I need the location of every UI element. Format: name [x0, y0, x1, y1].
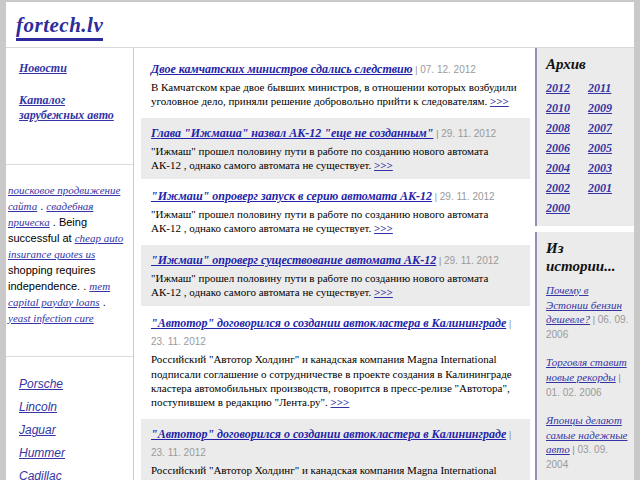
- news-item-header: "Ижмаш" опроверг существование автомата …: [151, 250, 520, 268]
- archive-panel: Архив 2012201120102009200820072006200520…: [535, 48, 634, 226]
- news-separator: |: [506, 317, 511, 329]
- news-item-header: Глава "Ижмаша" назвал АК-12 "еще не созд…: [151, 123, 520, 141]
- history-title: Из истории...: [546, 240, 630, 275]
- promo-plain-text: shopping requires independence. .: [8, 264, 95, 292]
- read-more-link[interactable]: >>>: [374, 159, 393, 171]
- news-item-header: "Автотор" договорился о создании автокла…: [151, 313, 520, 349]
- archive-year-link[interactable]: 2002: [546, 181, 588, 196]
- news-body: В Камчатском крае двое бывших министров,…: [151, 80, 520, 109]
- news-separator: |: [436, 254, 444, 266]
- read-more-link[interactable]: >>>: [374, 286, 393, 298]
- news-title-link[interactable]: "Автотор" договорился о создании автокла…: [151, 427, 506, 441]
- archive-year-link[interactable]: 2005: [588, 141, 630, 156]
- history-item: Почему в Эстонии бензин дешевле? | 06. 0…: [546, 283, 630, 342]
- history-date: 01. 02. 2006: [546, 387, 602, 398]
- news-body-text: "Ижмаш" прошел половину пути в работе по…: [151, 272, 488, 298]
- site-logo[interactable]: fortech.lv: [16, 13, 103, 41]
- news-title-link[interactable]: "Ижмаш" опроверг существование автомата …: [151, 253, 436, 267]
- news-separator: |: [433, 127, 441, 139]
- archive-year-link[interactable]: 2006: [546, 141, 588, 156]
- archive-year-link[interactable]: 2004: [546, 161, 588, 176]
- promo-plain-text: .: [100, 296, 106, 308]
- archive-year-link[interactable]: 2012: [546, 81, 588, 96]
- history-separator: |: [590, 313, 598, 325]
- promo-plain-text: .: [37, 200, 46, 212]
- news-title-link[interactable]: "Ижмаш" опроверг запуск в серию автомата…: [151, 189, 432, 203]
- news-list: Двое камчатских министров сдались следст…: [134, 48, 535, 480]
- history-item: Торговля ставит новые рекорды | 01. 02. …: [546, 355, 630, 400]
- archive-title: Архив: [546, 56, 630, 73]
- history-list: Почему в Эстонии бензин дешевле? | 06. 0…: [546, 283, 630, 480]
- news-body-text: "Ижмаш" прошел половину пути в работе по…: [151, 208, 488, 234]
- sidebar-brand-link[interactable]: Lincoln: [19, 400, 127, 414]
- sidebar-brand-link[interactable]: Hummer: [19, 446, 127, 460]
- archive-year-link[interactable]: 2011: [588, 81, 630, 96]
- read-more-link[interactable]: >>>: [374, 222, 393, 234]
- archive-year-link[interactable]: 2009: [588, 101, 630, 116]
- news-date: 07. 12. 2012: [420, 64, 476, 75]
- sidebar-brand-link[interactable]: Jaguar: [19, 423, 127, 437]
- sidebar-promo-text: поисковое продвижение сайта . свадебная …: [6, 165, 133, 357]
- archive-year-link[interactable]: 2008: [546, 121, 588, 136]
- archive-year-link[interactable]: 2000: [546, 201, 588, 216]
- news-item-header: "Автотор" договорился о создании автокла…: [151, 424, 520, 460]
- news-date: 29. 11. 2012: [441, 128, 496, 139]
- archive-year-link[interactable]: 2001: [588, 181, 630, 196]
- news-item: "Автотор" договорился о создании автокла…: [141, 308, 530, 416]
- news-title-link[interactable]: "Автотор" договорился о создании автокла…: [151, 316, 506, 330]
- news-body: "Ижмаш" прошел половину пути в работе по…: [151, 207, 520, 236]
- sidebar-brand-link[interactable]: Porsche: [19, 377, 127, 391]
- history-panel: Из истории... Почему в Эстонии бензин де…: [535, 232, 634, 480]
- history-separator: |: [616, 371, 621, 383]
- sidebar-brand-link[interactable]: Cadillac: [19, 469, 127, 480]
- news-item: "Ижмаш" опроверг запуск в серию автомата…: [141, 181, 530, 243]
- sidebar-nav-link[interactable]: Каталог зарубежных авто: [19, 93, 127, 123]
- news-item: "Ижмаш" опроверг существование автомата …: [141, 245, 530, 307]
- news-body: Российский "Автотор Холдинг" и канадская…: [151, 463, 520, 480]
- sidebar-brand-list: PorscheLincolnJaguarHummerCadillacBentle…: [6, 357, 133, 480]
- site-header: fortech.lv: [6, 2, 634, 48]
- history-item: Японцы делают самые надежные авто | 03. …: [546, 413, 630, 472]
- news-body-text: "Ижмаш" прошел половину пути в работе по…: [151, 145, 488, 171]
- news-item-header: Двое камчатских министров сдались следст…: [151, 59, 520, 77]
- archive-year-link[interactable]: 2003: [588, 161, 630, 176]
- news-body: "Ижмаш" прошел половину пути в работе по…: [151, 271, 520, 300]
- columns: НовостиКаталог зарубежных авто поисковое…: [6, 48, 634, 480]
- left-sidebar: НовостиКаталог зарубежных авто поисковое…: [6, 48, 134, 480]
- news-date: 29. 11. 2012: [444, 255, 499, 266]
- archive-years: 2012201120102009200820072006200520042003…: [546, 81, 630, 216]
- archive-year-link[interactable]: 2010: [546, 101, 588, 116]
- page: fortech.lv НовостиКаталог зарубежных авт…: [6, 2, 634, 480]
- sidebar-nav: НовостиКаталог зарубежных авто: [6, 48, 133, 165]
- promo-link[interactable]: yeast infection cure: [8, 312, 94, 324]
- right-sidebar: Архив 2012201120102009200820072006200520…: [535, 48, 634, 480]
- news-date: 23. 11. 2012: [151, 336, 206, 347]
- sidebar-nav-link[interactable]: Новости: [19, 61, 127, 76]
- news-body-text: В Камчатском крае двое бывших министров,…: [151, 81, 517, 107]
- read-more-link[interactable]: >>>: [331, 396, 350, 408]
- news-separator: |: [432, 190, 440, 202]
- news-body: Российский "Автотор Холдинг" и канадская…: [151, 352, 520, 409]
- news-item-header: "Ижмаш" опроверг запуск в серию автомата…: [151, 186, 520, 204]
- news-date: 29. 11. 2012: [440, 191, 495, 202]
- news-date: 23. 11. 2012: [151, 447, 206, 458]
- news-title-link[interactable]: Двое камчатских министров сдались следст…: [151, 62, 413, 76]
- news-body-text: Российский "Автотор Холдинг" и канадская…: [151, 464, 512, 480]
- archive-year-link[interactable]: 2007: [588, 121, 630, 136]
- news-item: Двое камчатских министров сдались следст…: [141, 54, 530, 116]
- news-item: "Автотор" договорился о создании автокла…: [141, 419, 530, 480]
- news-separator: |: [506, 428, 511, 440]
- news-item: Глава "Ижмаша" назвал АК-12 "еще не созд…: [141, 118, 530, 180]
- news-title-link[interactable]: Глава "Ижмаша" назвал АК-12 "еще не созд…: [151, 126, 433, 140]
- read-more-link[interactable]: >>>: [490, 95, 509, 107]
- news-body: "Ижмаш" прошел половину пути в работе по…: [151, 144, 520, 173]
- history-link[interactable]: Торговля ставит новые рекорды: [546, 356, 627, 383]
